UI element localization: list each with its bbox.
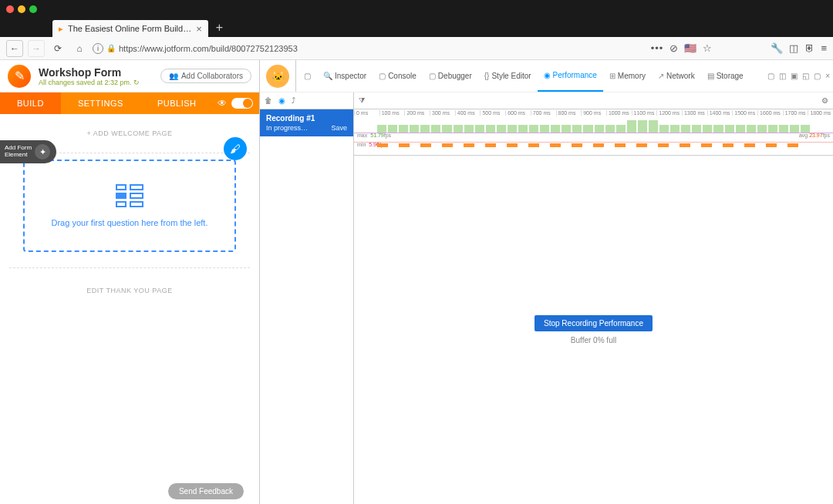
clear-recordings-icon[interactable]: 🗑 [265,96,272,105]
site-info-icon[interactable]: i [93,43,103,54]
eye-icon: 👁 [218,98,227,109]
timeline-tick: 1300 ms [682,110,707,116]
drop-zone-text: Drag your first question here from the l… [52,218,208,227]
devtools-tab-network[interactable]: ↗Network [652,60,701,92]
browser-toolbar: ← → ⟳ ⌂ i 🔒 https://www.jotform.com/buil… [0,37,833,60]
address-bar[interactable]: i 🔒 https://www.jotform.com/build/800727… [93,43,569,54]
timeline-tick: 500 ms [480,110,505,116]
tab-publish[interactable]: PUBLISH [140,92,214,114]
stop-recording-button[interactable]: Stop Recording Performance [535,315,653,331]
devtools-tab-performance[interactable]: ◉Performance [538,60,603,92]
drop-zone-icon [116,184,143,207]
settings-gear-icon[interactable]: ⚙ [821,96,828,105]
timeline-tick: 600 ms [505,110,531,116]
url-text: https://www.jotform.com/build/8007275212… [119,44,298,53]
send-feedback-button[interactable]: Send Feedback [168,483,244,499]
close-devtools-icon[interactable]: × [825,72,830,80]
form-designer-button[interactable]: 🖌 [224,137,247,160]
add-collaborators-button[interactable]: 👥 Add Collaborators [160,69,251,83]
devtools-icon[interactable]: 🔧 [771,42,783,54]
recordings-sidebar: 🗑 ◉ ⤴ Recording #1 In progress… Save [260,92,354,504]
bookmark-icon[interactable]: ☆ [703,42,712,54]
shield-icon[interactable]: ⛨ [804,42,814,54]
timeline-tick: 800 ms [556,110,582,116]
add-welcome-page-link[interactable]: + ADD WELCOME PAGE [0,129,259,137]
timeline-tick: 1000 ms [606,110,632,116]
paint-roller-icon: 🖌 [230,143,241,155]
save-status: All changes saved at 2:32 pm. ↻ [39,79,153,86]
window-titlebar [0,0,833,18]
add-form-element-button[interactable]: Add FormElement ✦ [0,140,56,163]
devtools-tab-storage[interactable]: ▤Storage [701,60,750,92]
filter-icon[interactable]: ⧩ [359,96,365,106]
people-icon: 👥 [169,72,178,80]
dock-side-icon[interactable]: ◫ [779,72,786,80]
iframe-picker-icon[interactable]: ▢ [298,60,317,92]
jotform-logo: ✎ [8,65,31,88]
toggle-switch[interactable] [231,98,253,109]
question-drop-zone[interactable]: Drag your first question here from the l… [23,160,236,252]
browser-tab-strip: ▸ The Easiest Online Form Build… × + [0,18,833,37]
timeline-tick: 1800 ms [808,110,833,116]
tab-favicon: ▸ [59,24,63,34]
devtools-tab-debugger[interactable]: ▢Debugger [423,60,478,92]
import-recording-icon[interactable]: ⤴ [292,96,295,105]
new-tab-button[interactable]: + [216,21,223,35]
page-actions-icon[interactable]: ••• [651,42,664,54]
recording-title: Recording #1 [266,114,347,123]
timeline-tick: 100 ms [379,110,405,116]
flag-icon: 🇺🇸 [684,42,696,54]
timeline-tick: 1700 ms [783,110,808,116]
devtools-tab-console[interactable]: ▢Console [373,60,423,92]
start-recording-icon[interactable]: ◉ [278,96,285,105]
preview-toggle[interactable]: 👁 [218,98,259,109]
close-window-button[interactable] [6,5,14,13]
timeline-overview[interactable]: 0 ms100 ms200 ms300 ms400 ms500 ms600 ms… [354,109,833,156]
timeline-tick: 200 ms [404,110,430,116]
tab-settings[interactable]: SETTINGS [61,92,140,114]
browser-tab[interactable]: ▸ The Easiest Online Form Build… × [52,20,208,37]
performance-main: ⧩ ⚙ 0 ms100 ms200 ms300 ms400 ms500 ms60… [354,92,833,504]
timeline-tick: 1100 ms [632,110,657,116]
buffer-status: Buffer 0% full [571,336,616,344]
tab-build[interactable]: BUILD [0,92,61,114]
timeline-tick: 1500 ms [732,110,757,116]
timeline-tick: 900 ms [581,110,606,116]
devtools-tab-style-editor[interactable]: {}Style Editor [478,60,538,92]
pocket-icon[interactable]: ⊘ [669,42,678,54]
dock-bottom-icon[interactable]: ▣ [791,72,798,80]
edit-thank-you-link[interactable]: EDIT THANK YOU PAGE [0,287,259,294]
form-canvas: Add FormElement ✦ 🖌 + ADD WELCOME PAGE [0,114,259,504]
toolbox-options-icon[interactable]: ▢ [814,72,821,80]
timeline-tick: 400 ms [455,110,481,116]
minimize-window-button[interactable] [18,5,25,13]
recording-save-link[interactable]: Save [331,124,347,132]
timeline-tick: 1200 ms [656,110,682,116]
timeline-tick: 300 ms [430,110,455,116]
recording-status: In progress… [266,124,308,132]
reload-button[interactable]: ⟳ [49,40,66,57]
timeline-tick: 700 ms [531,110,556,116]
sidebar-icon[interactable]: ◫ [789,42,798,54]
devtools-panel: 🐱 ▢ 🔍Inspector ▢Console ▢Debugger {}Styl… [259,60,833,504]
form-title[interactable]: Workshop Form [39,66,153,79]
timeline-tick: 0 ms [354,110,379,116]
menu-icon[interactable]: ≡ [821,42,827,54]
forward-button[interactable]: → [28,40,45,57]
user-avatar[interactable]: 🐱 [266,65,289,88]
tab-title: The Easiest Online Form Build… [68,24,191,33]
back-button[interactable]: ← [6,40,23,57]
plus-icon: ✦ [35,144,50,160]
devtools-tab-memory[interactable]: ⊞Memory [603,60,652,92]
separate-window-icon[interactable]: ◱ [802,72,809,80]
timeline-tick: 1600 ms [757,110,783,116]
responsive-mode-icon[interactable]: ▢ [767,72,774,80]
timeline-tick: 1400 ms [707,110,733,116]
home-button[interactable]: ⌂ [71,40,88,57]
recording-item[interactable]: Recording #1 In progress… Save [260,109,353,136]
maximize-window-button[interactable] [29,5,37,13]
lock-icon: 🔒 [106,44,116,52]
close-tab-icon[interactable]: × [196,23,202,35]
devtools-tab-inspector[interactable]: 🔍Inspector [317,60,373,92]
jotform-panel: ✎ Workshop Form All changes saved at 2:3… [0,60,259,504]
